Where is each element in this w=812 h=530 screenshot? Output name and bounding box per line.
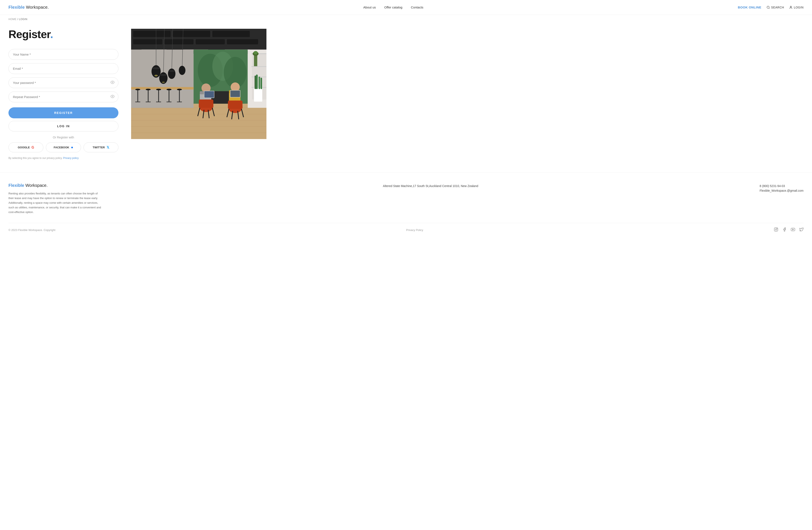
password-input[interactable] [9,77,118,88]
svg-point-37 [160,74,167,76]
facebook-button[interactable]: FACEBOOK ● [46,143,81,152]
footer-contact-info: 8 (800) 5231-94-03 Flexible_Workspace.@g… [759,183,803,192]
repeat-password-field-group [9,91,118,102]
footer-socials [774,227,803,233]
svg-point-39 [168,69,175,79]
google-button[interactable]: GOOGLE G [9,143,43,152]
social-buttons: GOOGLE G FACEBOOK ● TWITTER 𝕏 [9,143,118,152]
twitter-button[interactable]: TWITTER 𝕏 [84,143,118,152]
svg-point-44 [162,82,165,83]
footer-privacy-link[interactable]: Privacy Policy [406,229,423,232]
workspace-scene-svg [131,28,266,140]
svg-point-2 [790,6,791,7]
svg-rect-71 [231,91,240,97]
privacy-policy-link[interactable]: Privacy policy [63,157,79,160]
search-label: SEARCH [771,6,784,9]
svg-rect-47 [135,102,141,102]
svg-rect-45 [131,87,193,90]
svg-rect-94 [256,75,258,89]
breadcrumb-home[interactable]: HOME [9,18,16,21]
nav-offer[interactable]: Offer catalog [384,5,402,9]
main-content: Register. REGISTER LOG IN [0,24,275,172]
header-actions: BOOK ONLINE SEARCH LOGIN [738,5,803,9]
or-register-text: Or Register with [9,136,118,139]
register-section: Register. REGISTER LOG IN [9,28,118,160]
svg-rect-55 [177,102,182,102]
footer-top: Flexible Workspace. Renting also provide… [9,183,803,215]
footer-logo-rest: Workspace. [24,183,47,188]
svg-rect-50 [158,90,159,102]
svg-rect-11 [164,39,194,44]
search-icon [767,6,770,9]
svg-rect-66 [204,91,214,98]
email-field-group [9,63,118,74]
google-label: GOOGLE [18,146,30,149]
name-field-group [9,49,118,60]
instagram-icon[interactable] [774,227,778,233]
person-icon [789,6,793,9]
footer: Flexible Workspace. Renting also provide… [0,172,812,239]
facebook-icon: ● [71,145,73,150]
svg-point-57 [146,89,151,90]
login-button[interactable]: LOGIN [789,6,803,9]
svg-rect-96 [255,76,256,89]
breadcrumb-separator: / [17,18,19,21]
svg-point-59 [166,89,172,90]
svg-rect-49 [146,102,151,102]
email-input[interactable] [9,63,118,74]
youtube-icon[interactable] [791,227,795,233]
book-online-link[interactable]: BOOK ONLINE [738,5,761,9]
name-input[interactable] [9,49,118,60]
svg-point-60 [177,89,182,90]
log-in-button[interactable]: LOG IN [9,121,118,131]
footer-left: Flexible Workspace. Renting also provide… [9,183,102,215]
nav-about[interactable]: About us [363,5,376,9]
svg-rect-48 [148,90,149,102]
twitter-icon[interactable] [799,227,803,233]
logo: Flexible Workspace. [9,5,49,10]
svg-point-91 [253,51,258,54]
svg-point-100 [777,229,777,229]
repeat-password-toggle-icon[interactable] [111,94,115,100]
logo-flex-text: Flexible [9,5,25,10]
footer-email: Flexible_Workspace.@gmail.com [759,189,803,192]
facebook-icon[interactable] [782,227,787,233]
svg-rect-92 [254,87,262,102]
svg-rect-52 [169,90,169,102]
search-button[interactable]: SEARCH [767,6,784,9]
privacy-text: By selecting this you agree to our priva… [9,157,118,160]
svg-rect-9 [212,31,250,37]
footer-description: Renting also provides flexibility, as te… [9,191,102,215]
facebook-label: FACEBOOK [54,146,69,149]
footer-bottom: © 2023 Flexible Workspace. Copyright Pri… [9,223,803,233]
svg-point-58 [156,89,161,90]
register-button[interactable]: REGISTER [9,107,118,118]
svg-rect-95 [259,77,260,89]
svg-rect-10 [133,39,162,44]
footer-logo-flex: Flexible [9,183,24,188]
svg-line-1 [769,8,769,9]
breadcrumb-current: LOGIN [19,18,28,21]
svg-rect-13 [227,39,258,44]
google-icon: G [31,146,34,149]
svg-rect-98 [774,228,778,231]
svg-point-56 [135,89,141,90]
svg-rect-46 [137,90,138,102]
svg-rect-97 [261,77,262,89]
svg-rect-51 [156,102,161,102]
svg-point-3 [112,82,113,83]
svg-rect-12 [195,39,225,44]
footer-address-text: Altered State Machine,17 South St,Auckla… [383,183,478,189]
repeat-password-input[interactable] [9,91,118,102]
svg-point-99 [775,229,777,230]
password-toggle-icon[interactable] [111,80,115,85]
svg-point-40 [168,70,175,72]
svg-point-0 [767,6,769,9]
svg-rect-73 [199,100,213,108]
nav-contacts[interactable]: Contacts [411,5,423,9]
footer-address: Altered State Machine,17 South St,Auckla… [383,183,478,189]
breadcrumb: HOME / LOGIN [0,15,812,24]
twitter-label: TWITTER [92,146,105,149]
main-nav: About us Offer catalog Contacts [363,5,423,9]
svg-point-43 [154,75,158,76]
